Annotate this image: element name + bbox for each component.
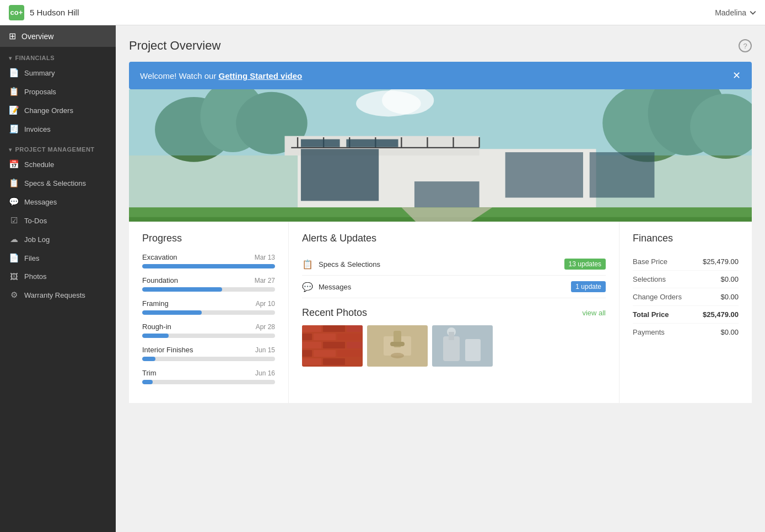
sidebar-item-change-orders[interactable]: 📝 Change Orders <box>0 101 116 120</box>
svg-rect-24 <box>505 152 583 197</box>
messages-alert-icon: 💬 <box>302 282 313 292</box>
photo-brick[interactable] <box>302 325 363 367</box>
brick-photo <box>302 325 363 367</box>
sidebar-item-proposals[interactable]: 📋 Proposals <box>0 82 116 101</box>
finances-title: Finances <box>633 233 739 244</box>
progress-item-excavation: Excavation Mar 13 ✓ <box>142 253 275 268</box>
progress-fill <box>142 264 275 268</box>
progress-item-name: Rough-in <box>142 323 171 331</box>
finance-total-label: Total Price <box>633 310 669 319</box>
sidebar-item-overview[interactable]: ⊞ Overview <box>0 25 116 47</box>
svg-rect-38 <box>323 342 345 348</box>
sidebar-item-label: Change Orders <box>24 106 73 115</box>
progress-fill <box>142 310 202 315</box>
sidebar-item-summary[interactable]: 📄 Summary <box>0 63 116 82</box>
photos-icon: 🖼 <box>9 272 19 281</box>
summary-icon: 📄 <box>9 68 19 78</box>
house-image <box>129 89 752 222</box>
svg-rect-54 <box>449 332 454 340</box>
progress-item-rough-in: Rough-in Apr 28 <box>142 323 275 338</box>
svg-rect-48 <box>390 342 405 346</box>
progress-bar <box>142 380 275 384</box>
photo-soap[interactable] <box>432 325 493 367</box>
sidebar-item-todos[interactable]: ☑ To-Dos <box>0 211 116 230</box>
progress-item-date: Apr 28 <box>256 323 275 331</box>
sidebar-item-specs-selections[interactable]: 📋 Specs & Selections <box>0 174 116 192</box>
finance-row-selections: Selections $0.00 <box>633 271 739 288</box>
finance-value: $25,479.00 <box>703 257 739 266</box>
alert-label: Specs & Selections <box>319 260 380 268</box>
svg-rect-39 <box>347 342 363 348</box>
sidebar-item-label: Proposals <box>24 88 56 96</box>
sidebar-item-label: Schedule <box>24 160 54 169</box>
logo-badge[interactable]: co+ <box>9 5 24 20</box>
getting-started-link[interactable]: Getting Started video <box>219 71 303 80</box>
svg-rect-35 <box>314 334 336 340</box>
chevron-icon: ▾ <box>9 147 12 153</box>
sidebar-item-messages[interactable]: 💬 Messages <box>0 192 116 211</box>
chevron-icon: ▾ <box>9 55 12 61</box>
sidebar-item-schedule[interactable]: 📅 Schedule <box>0 155 116 174</box>
sidebar-item-files[interactable]: 📄 Files <box>0 249 116 267</box>
svg-rect-25 <box>590 152 655 197</box>
finances-card: Finances Base Price $25,479.00 Selection… <box>619 222 752 403</box>
view-all-link[interactable]: view all <box>582 309 606 317</box>
user-menu[interactable]: Madelina <box>715 8 756 17</box>
alerts-card: Alerts & Updates 📋 Specs & Selections 13… <box>289 222 619 403</box>
svg-rect-34 <box>302 334 312 340</box>
progress-item-date: Jun 16 <box>255 369 275 377</box>
chevron-down-icon <box>750 9 756 16</box>
cards-row: Progress Excavation Mar 13 ✓ Foundation … <box>129 222 752 403</box>
progress-title: Progress <box>142 233 275 244</box>
progress-item-trim: Trim Jun 16 <box>142 369 275 384</box>
recent-photos-title: Recent Photos <box>302 307 367 319</box>
svg-point-49 <box>391 353 404 358</box>
sidebar-item-invoices[interactable]: 🧾 Invoices <box>0 120 116 138</box>
sidebar-item-label: Summary <box>24 69 55 77</box>
check-icon: ✓ <box>267 264 274 268</box>
help-button[interactable]: ? <box>739 39 752 52</box>
progress-item-name: Framing <box>142 299 169 308</box>
welcome-text: Welcome! Watch our Getting Started video <box>140 71 302 80</box>
finance-row-base-price: Base Price $25,479.00 <box>633 253 739 271</box>
svg-rect-37 <box>302 342 321 348</box>
alerts-title: Alerts & Updates <box>302 233 606 244</box>
sidebar-item-label: Overview <box>21 32 53 41</box>
progress-item-foundation: Foundation Mar 27 <box>142 276 275 292</box>
progress-bar <box>142 287 275 292</box>
finance-value: $0.00 <box>720 328 739 336</box>
finance-row-total: Total Price $25,479.00 <box>633 306 739 324</box>
progress-item-date: Apr 10 <box>256 300 275 308</box>
sidebar-item-warranty-requests[interactable]: ⚙ Warranty Requests <box>0 286 116 304</box>
sidebar: ⊞ Overview ▾ FINANCIALS 📄 Summary 📋 Prop… <box>0 25 116 532</box>
progress-bar <box>142 310 275 315</box>
sidebar-item-label: To-Dos <box>24 217 47 225</box>
finance-label: Base Price <box>633 257 667 266</box>
todos-icon: ☑ <box>9 216 19 225</box>
soap-photo <box>432 325 493 367</box>
svg-rect-41 <box>314 350 336 357</box>
progress-item-date: Mar 13 <box>255 254 275 261</box>
svg-rect-21 <box>301 139 340 147</box>
specs-badge[interactable]: 13 updates <box>564 259 606 270</box>
specs-icon: 📋 <box>9 178 19 188</box>
sidebar-item-label: Files <box>24 254 39 262</box>
photos-row <box>302 325 606 367</box>
sidebar-item-photos[interactable]: 🖼 Photos <box>0 267 116 286</box>
messages-icon: 💬 <box>9 197 19 207</box>
overview-icon: ⊞ <box>9 31 16 41</box>
sidebar-section-financials: ▾ FINANCIALS <box>0 47 116 63</box>
close-banner-button[interactable]: ✕ <box>732 69 741 82</box>
svg-rect-32 <box>323 325 345 332</box>
sidebar-item-job-log[interactable]: ☁ Job Log <box>0 230 116 249</box>
faucet-photo <box>367 325 428 367</box>
messages-badge[interactable]: 1 update <box>571 281 606 292</box>
change-orders-icon: 📝 <box>9 105 19 115</box>
svg-rect-36 <box>337 334 363 340</box>
photo-faucet[interactable] <box>367 325 428 367</box>
alert-item-specs: 📋 Specs & Selections 13 updates <box>302 253 606 276</box>
sidebar-section-project-management: ▾ PROJECT MANAGEMENT <box>0 138 116 155</box>
progress-item-framing: Framing Apr 10 <box>142 299 275 315</box>
main-content: Project Overview ? Welcome! Watch our Ge… <box>116 25 765 532</box>
proposals-icon: 📋 <box>9 87 19 96</box>
